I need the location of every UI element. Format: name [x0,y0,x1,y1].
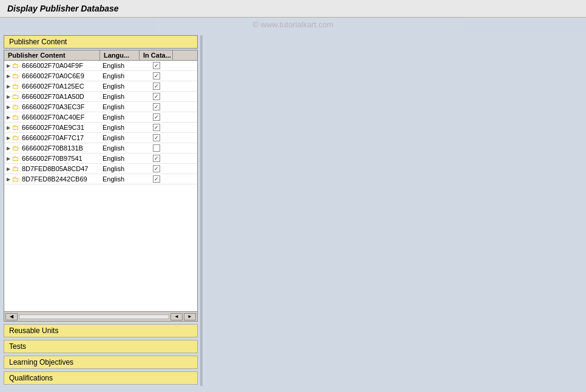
catalog-checkbox [153,103,160,110]
catalog-checkbox [153,134,160,141]
expand-arrow-icon: ▶ [7,73,10,79]
cell-lang: English [100,133,140,142]
bottom-tab-qualifications[interactable]: Qualifications [4,371,198,385]
catalog-checkbox [153,144,160,152]
scroll-left-btn[interactable]: ◀ [5,313,18,320]
scroll-nav-left[interactable]: ◄ [170,313,183,320]
scrollbar-area: ◀ ◄ ► [4,311,197,321]
catalog-checkbox [153,83,160,90]
cell-name: ▶ 🗀 6666002F70B97541 [4,154,100,163]
catalog-checkbox [153,124,160,131]
expand-arrow-icon: ▶ [7,156,10,161]
table-row[interactable]: ▶ 🗀 6666002F70B8131B English [4,143,197,154]
cell-name: ▶ 🗀 6666002F70A1A50D [4,92,100,101]
cell-lang: English [100,113,140,121]
table-row[interactable]: ▶ 🗀 6666002F70A125EC English [4,81,197,92]
expand-arrow-icon: ▶ [7,115,10,120]
cell-catalog [140,144,173,152]
folder-icon: 🗀 [12,144,19,152]
cell-lang: English [100,61,140,70]
bottom-tab-tests[interactable]: Tests [4,340,198,353]
cell-name-text: 6666002F70AF7C17 [22,134,84,141]
table-row[interactable]: ▶ 🗀 8D7FED8B05A8CD47 English [4,164,197,174]
expand-arrow-icon: ▶ [7,166,10,172]
cell-lang: English [100,82,140,90]
table-row[interactable]: ▶ 🗀 6666002F70AC40EF English [4,112,197,123]
bottom-tab-learning-objectives[interactable]: Learning Objectives [4,356,198,369]
col-header-cat: In Cata... [140,50,173,60]
folder-icon: 🗀 [12,82,19,90]
table-body: ▶ 🗀 6666002F70A04F9F English ▶ 🗀 6666002… [4,61,197,311]
folder-icon: 🗀 [12,92,19,101]
watermark: © www.tutorialkart.com [0,18,586,32]
cell-name: ▶ 🗀 8D7FED8B2442CB69 [4,174,100,184]
table-row[interactable]: ▶ 🗀 6666002F70AE9C31 English [4,123,197,133]
folder-icon: 🗀 [12,123,19,132]
catalog-checkbox [153,62,160,69]
table-row[interactable]: ▶ 🗀 8D7FED8B2442CB69 English [4,174,197,184]
expand-arrow-icon: ▶ [7,84,10,89]
cell-catalog [140,154,173,163]
catalog-checkbox [153,165,160,172]
table-header: Publisher Content Langu... In Cata... [4,50,197,61]
cell-lang: English [100,144,140,152]
cell-name-text: 6666002F70AC40EF [22,113,84,121]
expand-arrow-icon: ▶ [7,104,10,110]
cell-name-text: 6666002F70B8131B [22,144,83,152]
cell-name: ▶ 🗀 6666002F70B8131B [4,143,100,153]
page-title: Display Publisher Database [7,4,119,13]
cell-catalog [140,113,173,121]
cell-name: ▶ 🗀 6666002F70A0C6E9 [4,71,100,81]
cell-name-text: 8D7FED8B2442CB69 [22,175,87,183]
main-area: Publisher Content Publisher Content Lang… [0,32,586,390]
bottom-tab-reusable-units[interactable]: Reusable Units [4,324,198,337]
cell-lang: English [100,164,140,173]
title-bar: Display Publisher Database [0,0,586,18]
cell-name-text: 6666002F70A1A50D [22,93,84,100]
cell-lang: English [100,175,140,183]
cell-name-text: 6666002F70A0C6E9 [22,72,84,79]
col-header-name: Publisher Content [4,50,100,60]
left-panel: Publisher Content Publisher Content Lang… [4,35,198,386]
cell-lang: English [100,72,140,80]
expand-arrow-icon: ▶ [7,63,10,69]
cell-name-text: 6666002F70A3EC3F [22,103,84,110]
cell-name-text: 6666002F70AE9C31 [22,124,84,131]
folder-icon: 🗀 [12,61,19,70]
folder-icon: 🗀 [12,175,19,183]
cell-catalog [140,82,173,90]
cell-name-text: 6666002F70B97541 [22,155,83,162]
publisher-content-tab[interactable]: Publisher Content [4,35,198,49]
resize-handle[interactable] [200,35,203,386]
cell-name-text: 8D7FED8B05A8CD47 [22,165,88,172]
col-header-lang: Langu... [100,50,140,60]
folder-icon: 🗀 [12,72,19,80]
table-row[interactable]: ▶ 🗀 6666002F70B97541 English [4,154,197,164]
right-panel [205,35,582,386]
catalog-checkbox [153,175,160,183]
expand-arrow-icon: ▶ [7,125,10,130]
cell-name-text: 6666002F70A125EC [22,83,84,90]
cell-name: ▶ 🗀 6666002F70A3EC3F [4,102,100,112]
bottom-tabs: Reusable UnitsTestsLearning ObjectivesQu… [4,324,198,386]
scroll-nav-right[interactable]: ► [184,313,196,320]
cell-catalog [140,175,173,183]
table-row[interactable]: ▶ 🗀 6666002F70A1A50D English [4,92,197,102]
folder-icon: 🗀 [12,154,19,163]
cell-catalog [140,61,173,70]
cell-name: ▶ 🗀 8D7FED8B05A8CD47 [4,164,100,174]
folder-icon: 🗀 [12,133,19,142]
cell-name: ▶ 🗀 6666002F70A125EC [4,81,100,91]
catalog-checkbox [153,93,160,100]
cell-catalog [140,103,173,111]
table-row[interactable]: ▶ 🗀 6666002F70AF7C17 English [4,133,197,143]
cell-catalog [140,164,173,173]
h-scroll-track[interactable] [19,314,169,319]
table-row[interactable]: ▶ 🗀 6666002F70A0C6E9 English [4,71,197,81]
nav-arrows: ◄ ► [170,313,196,320]
cell-lang: English [100,123,140,132]
cell-lang: English [100,154,140,163]
table-row[interactable]: ▶ 🗀 6666002F70A3EC3F English [4,102,197,112]
table-row[interactable]: ▶ 🗀 6666002F70A04F9F English [4,61,197,71]
folder-icon: 🗀 [12,113,19,121]
